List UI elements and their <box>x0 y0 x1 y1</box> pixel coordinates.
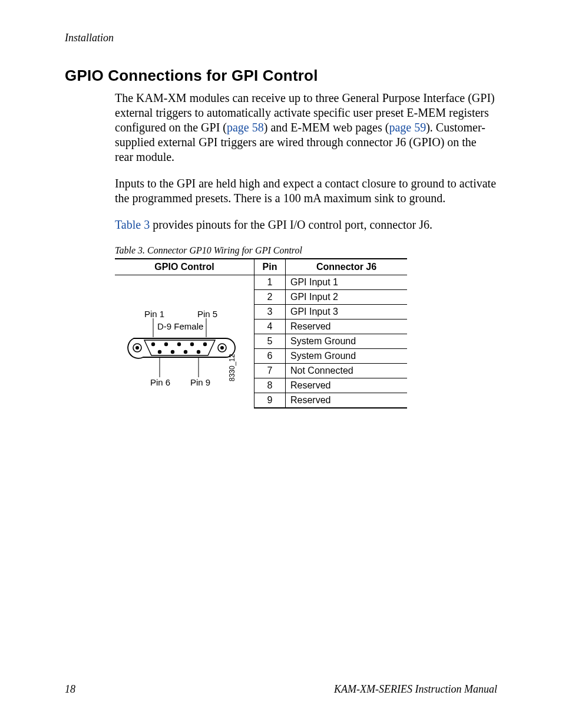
table-cell-pin: 6 <box>254 349 286 364</box>
d9-connector-diagram: Pin 1 Pin 5 D-9 Female <box>120 284 249 399</box>
para3-rest: provides pinouts for the GPI I/O control… <box>150 218 432 231</box>
svg-point-5 <box>220 346 224 350</box>
table-cell-pin: 9 <box>254 393 286 409</box>
svg-point-11 <box>158 350 161 354</box>
svg-point-8 <box>177 342 181 346</box>
paragraph-3: Table 3 provides pinouts for the GPI I/O… <box>115 218 497 232</box>
svg-point-12 <box>171 350 174 354</box>
table-cell-desc: System Ground <box>286 349 408 364</box>
table-cell-desc: Reserved <box>286 393 408 409</box>
table-cell-desc: GPI Input 2 <box>286 290 408 305</box>
table-cell-pin: 4 <box>254 319 286 334</box>
pinout-table: GPIO Control Pin Connector J6 Pin 1 Pin … <box>115 258 407 409</box>
table-cell-pin: 8 <box>254 378 286 393</box>
link-page-58[interactable]: page 58 <box>227 121 264 134</box>
svg-point-10 <box>203 342 207 346</box>
svg-point-7 <box>164 342 168 346</box>
table-cell-pin: 7 <box>254 364 286 378</box>
label-drawing-code: 8330_12 <box>228 354 236 381</box>
table-cell-desc: GPI Input 1 <box>286 275 408 290</box>
table-cell-desc: GPI Input 3 <box>286 305 408 319</box>
footer-title: KAM-XM-SERIES Instruction Manual <box>334 683 497 696</box>
diagram-cell: Pin 1 Pin 5 D-9 Female <box>115 275 254 409</box>
table-cell-desc: System Ground <box>286 334 408 349</box>
link-page-59[interactable]: page 59 <box>389 121 426 134</box>
table-header-row: GPIO Control Pin Connector J6 <box>115 259 407 275</box>
table-header-connector: Connector J6 <box>286 259 408 275</box>
svg-point-6 <box>151 342 155 346</box>
svg-point-14 <box>197 350 200 354</box>
label-pin-9: Pin 9 <box>190 377 210 387</box>
paragraph-1: The KAM-XM modules can receive up to thr… <box>115 91 497 164</box>
table-cell-desc: Reserved <box>286 378 408 393</box>
d9-connector-icon <box>120 284 249 399</box>
table-header-gpio: GPIO Control <box>115 259 254 275</box>
section-heading: GPIO Connections for GPI Control <box>65 67 497 85</box>
table-cell-pin: 2 <box>254 290 286 305</box>
table-caption: Table 3. Connector GP10 Wiring for GPI C… <box>115 245 497 256</box>
table-cell-pin: 5 <box>254 334 286 349</box>
table-header-pin: Pin <box>254 259 286 275</box>
svg-point-3 <box>135 346 139 350</box>
table-cell-pin: 1 <box>254 275 286 290</box>
table-row: Pin 1 Pin 5 D-9 Female <box>115 275 407 290</box>
para1-text-b: ) and E-MEM web pages ( <box>264 121 389 134</box>
table-cell-desc: Reserved <box>286 319 408 334</box>
link-table-3[interactable]: Table 3 <box>115 218 150 231</box>
svg-point-9 <box>190 342 194 346</box>
page-number: 18 <box>65 683 75 696</box>
paragraph-2: Inputs to the GPI are held high and expe… <box>115 176 497 206</box>
svg-point-13 <box>184 350 187 354</box>
label-pin-6: Pin 6 <box>150 377 170 387</box>
table-cell-pin: 3 <box>254 305 286 319</box>
table-cell-desc: Not Connected <box>286 364 408 378</box>
running-header: Installation <box>65 32 497 44</box>
